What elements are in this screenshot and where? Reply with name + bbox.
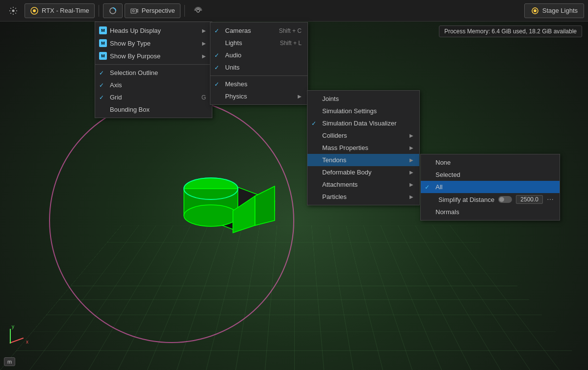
joints-label: Joints	[322, 95, 413, 102]
menu-item-sim-settings[interactable]: ✓ Simulation Settings	[307, 105, 419, 117]
render-icon	[108, 6, 117, 15]
camera-icon	[130, 6, 139, 15]
cameras-shortcut: Shift + C	[279, 27, 302, 34]
menu-item-tendons[interactable]: ✓ Tendons ▶ ✓ None ✓ Selected	[307, 154, 419, 166]
particles-label: Particles	[322, 193, 407, 200]
check-physics: ✓	[214, 93, 222, 100]
menu-item-mass-properties[interactable]: ✓ Mass Properties ▶	[307, 142, 419, 154]
toolbar: RTX - Real-Time Perspective	[0, 0, 588, 22]
separator-l2	[210, 75, 307, 76]
arrow-colliders: ▶	[409, 133, 413, 138]
menu-item-particles[interactable]: ✓ Particles ▶	[307, 191, 419, 203]
menu-item-show-by-purpose[interactable]: M Show By Purpose ▶	[95, 49, 212, 62]
audio-button[interactable]	[189, 4, 207, 18]
tendons-label: Tendons	[322, 156, 407, 164]
units-label: Units	[225, 64, 302, 71]
svg-point-5	[184, 205, 238, 226]
axis-x-label: x	[26, 339, 28, 345]
grid-shortcut: G	[202, 94, 206, 101]
arrow-purpose: ▶	[202, 53, 206, 59]
menu-item-axis[interactable]: ✓ Axis	[95, 79, 212, 91]
menu-item-cameras[interactable]: ✓ Cameras Shift + C	[210, 25, 307, 37]
perspective-button[interactable]: Perspective	[125, 3, 180, 18]
check-tendons: ✓	[311, 157, 319, 164]
bounding-box-label: Bounding Box	[110, 106, 206, 113]
check-deformable: ✓	[311, 169, 319, 176]
menu-item-joints[interactable]: ✓ Joints	[307, 93, 419, 105]
colliders-label: Colliders	[322, 132, 407, 139]
check-sim-data-viz: ✓	[311, 120, 319, 127]
menu-item-lights[interactable]: ✓ Lights Shift + L	[210, 37, 307, 49]
menu-item-deformable-body[interactable]: ✓ Deformable Body ▶	[307, 166, 419, 178]
meshes-label: Meshes	[225, 80, 302, 88]
check-attachments: ✓	[311, 181, 319, 188]
simplify-dots: ⋯	[547, 196, 554, 203]
rtx-button[interactable]: RTX - Real-Time	[25, 3, 95, 18]
none-label: None	[435, 159, 554, 166]
simplify-label: Simplify at Distance	[438, 196, 494, 203]
svg-point-15	[197, 9, 200, 12]
menu-item-audio[interactable]: ✓ Audio	[210, 49, 307, 61]
menu-item-physics[interactable]: ✓ Physics ▶ ✓ Joints ✓ Simulation Settin…	[210, 90, 307, 102]
check-bounding: ✓	[99, 106, 107, 113]
check-selection: ✓	[99, 70, 107, 76]
stage-lights-label: Stage Lights	[542, 7, 578, 14]
simplify-row: ✓ Simplify at Distance 2500.0 ⋯	[421, 193, 560, 206]
check-sim-settings: ✓	[311, 108, 319, 115]
menu-level2: ✓ Cameras Shift + C ✓ Lights Shift + L ✓…	[210, 22, 308, 105]
settings-icon	[9, 6, 18, 15]
check-meshes: ✓	[214, 81, 222, 88]
menu-item-selection-outline[interactable]: ✓ Selection Outline	[95, 67, 212, 79]
audio-icon	[194, 6, 203, 15]
stage-lights-button[interactable]: Stage Lights	[524, 3, 584, 18]
axis-label: Axis	[110, 81, 206, 89]
separator-1	[99, 5, 99, 17]
menu-tendons: ✓ None ✓ Selected ✓ All	[420, 154, 560, 221]
menu-item-show-by-type[interactable]: M Show By Type ▶	[95, 37, 212, 49]
check-mass-properties: ✓	[311, 145, 319, 151]
3d-object	[157, 137, 294, 235]
simplify-toggle[interactable]	[498, 196, 512, 203]
check-particles: ✓	[311, 194, 319, 200]
stage-lights-icon	[531, 6, 539, 15]
menu-item-selected[interactable]: ✓ Selected	[421, 169, 560, 181]
check-colliders: ✓	[311, 132, 319, 139]
grid-label: Grid	[110, 94, 189, 101]
axis-y-label: y	[12, 324, 14, 329]
rtx-icon	[30, 6, 39, 15]
check-normals: ✓	[425, 209, 433, 216]
menu-item-attachments[interactable]: ✓ Attachments ▶	[307, 178, 419, 191]
menu-item-bounding-box[interactable]: ✓ Bounding Box	[95, 103, 212, 116]
physics-label: Physics	[225, 93, 295, 100]
settings-button[interactable]	[4, 4, 23, 18]
selection-outline-label: Selection Outline	[110, 69, 206, 76]
menu-item-none[interactable]: ✓ None	[421, 156, 560, 169]
menu-item-grid[interactable]: ✓ Grid G	[95, 91, 212, 103]
simplify-value[interactable]: 2500.0	[516, 195, 543, 204]
menu-item-all[interactable]: ✓ All	[421, 181, 560, 193]
normals-label: Normals	[435, 208, 554, 216]
arrow-type: ▶	[202, 41, 206, 46]
check-lights: ✓	[214, 40, 222, 47]
arrow-mass-properties: ▶	[409, 145, 413, 150]
lights-label: Lights	[225, 39, 267, 47]
arrow-hud: ▶	[202, 28, 206, 33]
menu-item-normals[interactable]: ✓ Normals	[421, 206, 560, 218]
svg-point-14	[132, 10, 134, 12]
check-none: ✓	[425, 159, 433, 166]
menu-item-meshes[interactable]: ✓ Meshes	[210, 78, 307, 90]
m-icon-hud: M	[99, 26, 107, 34]
check-units: ✓	[214, 64, 222, 71]
m-badge: m	[4, 357, 15, 366]
arrow-attachments: ▶	[409, 182, 413, 187]
attachments-label: Attachments	[322, 181, 407, 188]
menu-item-sim-data-viz[interactable]: ✓ Simulation Data Visualizer	[307, 117, 419, 129]
menu-item-units[interactable]: ✓ Units	[210, 61, 307, 74]
menu-item-colliders[interactable]: ✓ Colliders ▶	[307, 129, 419, 142]
svg-rect-13	[131, 9, 136, 13]
check-axis: ✓	[99, 82, 107, 89]
render-mode-button[interactable]	[103, 3, 123, 18]
menu-item-heads-up[interactable]: M Heads Up Display ▶	[95, 24, 212, 37]
check-audio: ✓	[214, 52, 222, 59]
arrow-particles: ▶	[409, 194, 413, 199]
